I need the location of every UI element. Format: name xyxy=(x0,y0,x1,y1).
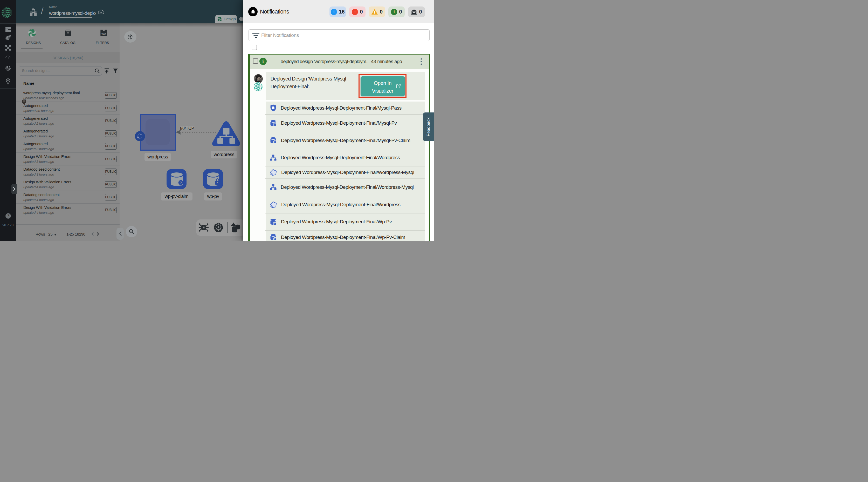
svg-text:?: ? xyxy=(274,238,276,240)
svg-text:WA: WA xyxy=(101,32,106,35)
svg-text:?: ? xyxy=(180,181,182,185)
svg-text:?: ? xyxy=(274,141,276,143)
svg-text:?: ? xyxy=(7,214,9,218)
